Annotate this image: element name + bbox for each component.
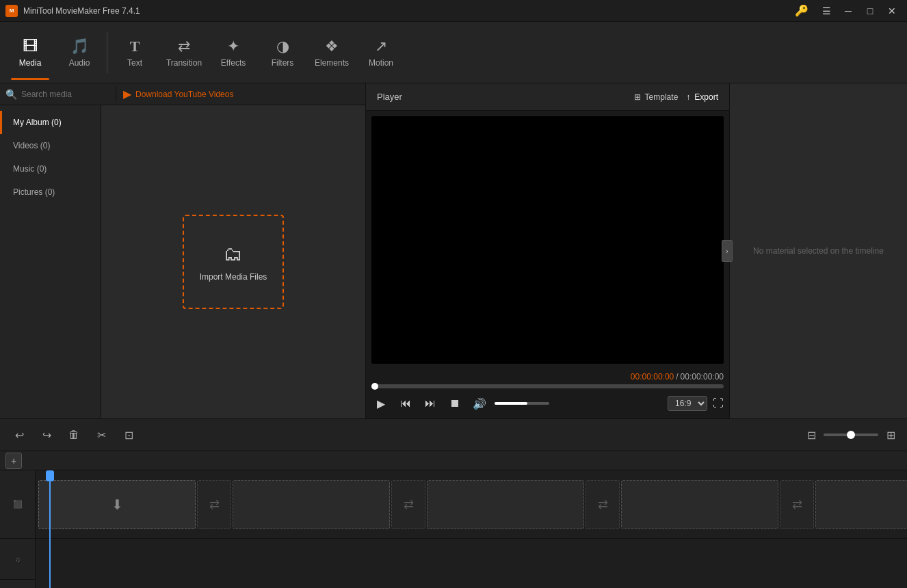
- template-icon: ⊞: [634, 92, 641, 102]
- sidebar-item-videos[interactable]: Videos (0): [0, 134, 101, 157]
- timeline-transition-4[interactable]: ⇄: [780, 480, 814, 529]
- timeline-clip-2[interactable]: [233, 480, 390, 529]
- playhead-top: [46, 470, 54, 481]
- sidebar-item-music[interactable]: Music (0): [0, 157, 101, 181]
- maximize-button[interactable]: □: [860, 3, 880, 19]
- youtube-label: Download YouTube Videos: [135, 90, 233, 99]
- youtube-download-button[interactable]: ▶ Download YouTube Videos: [116, 85, 240, 103]
- export-button[interactable]: ↑ Export: [686, 92, 718, 102]
- timeline-clip-4[interactable]: [621, 480, 778, 529]
- video-track-label: ⬛: [0, 470, 35, 539]
- sidebar-myalbum-label: My Album (0): [13, 118, 62, 127]
- search-icon: 🔍: [5, 89, 17, 100]
- aspect-ratio-select[interactable]: 16:9 9:16 1:1 4:3: [668, 396, 707, 411]
- fullscreen-button[interactable]: ⛶: [713, 397, 724, 410]
- motion-label: Motion: [369, 58, 393, 68]
- effects-icon: ✦: [227, 38, 239, 55]
- youtube-icon: ▶: [123, 88, 131, 101]
- search-bar: 🔍: [0, 86, 116, 103]
- player-title: Player: [377, 92, 402, 102]
- crop-button[interactable]: ⊡: [118, 424, 140, 446]
- folder-icon: 🗂: [224, 243, 243, 265]
- timeline-transition-3[interactable]: ⇄: [586, 480, 620, 529]
- sidebar-item-myalbum[interactable]: My Album (0): [0, 111, 101, 134]
- undo-button[interactable]: ↩: [8, 424, 30, 446]
- cut-button[interactable]: ✂: [90, 424, 112, 446]
- transition-icon: ⇄: [178, 38, 190, 55]
- current-time: 00:00:00:00: [631, 372, 674, 382]
- timeline-clip-3[interactable]: [427, 480, 584, 529]
- sidebar-item-pictures[interactable]: Pictures (0): [0, 181, 101, 204]
- media-icon: 🎞: [23, 38, 38, 55]
- no-material-text: No material selected on the timeline: [753, 246, 884, 256]
- collapse-panel-button[interactable]: ›: [722, 240, 733, 262]
- filters-icon: ◑: [276, 38, 289, 55]
- timeline-clip-5[interactable]: [815, 480, 907, 529]
- app-title: MiniTool MovieMaker Free 7.4.1: [23, 6, 789, 16]
- app-logo: M: [5, 5, 18, 17]
- audio-track-icon: ♫: [14, 555, 20, 563]
- search-input[interactable]: [21, 90, 110, 99]
- sidebar-videos-label: Videos (0): [13, 141, 50, 150]
- elements-icon: ❖: [325, 38, 339, 55]
- filters-label: Filters: [272, 58, 294, 68]
- volume-slider[interactable]: [495, 402, 549, 405]
- toolbar-divider-1: [107, 32, 107, 73]
- toolbar-transition[interactable]: ⇄ Transition: [159, 25, 209, 80]
- zoom-in-button[interactable]: ⊞: [882, 427, 899, 443]
- import-media-button[interactable]: 🗂 Import Media Files: [183, 215, 284, 309]
- template-button[interactable]: ⊞ Template: [634, 92, 679, 102]
- transition-2-icon: ⇄: [404, 497, 414, 512]
- clip-download-icon: ⬇: [111, 496, 123, 513]
- toolbar-audio[interactable]: 🎵 Audio: [55, 25, 104, 80]
- video-player: [371, 116, 724, 364]
- export-label: Export: [694, 92, 718, 102]
- delete-button[interactable]: 🗑: [63, 424, 85, 446]
- audio-label: Audio: [69, 58, 90, 68]
- play-button[interactable]: ▶: [371, 394, 391, 413]
- toolbar-motion[interactable]: ↗ Motion: [356, 25, 406, 80]
- transition-label: Transition: [166, 58, 202, 68]
- zoom-out-button[interactable]: ⊟: [803, 427, 819, 443]
- next-frame-button[interactable]: ⏭: [421, 394, 440, 413]
- menu-button[interactable]: ☰: [817, 3, 836, 19]
- toolbar-media[interactable]: 🎞 Media: [5, 25, 55, 80]
- close-button[interactable]: ✕: [882, 3, 902, 19]
- transition-4-icon: ⇄: [792, 497, 802, 512]
- media-content-area: 🗂 Import Media Files: [101, 105, 365, 418]
- toolbar-text[interactable]: T Text: [110, 25, 159, 80]
- progress-bar[interactable]: [371, 384, 724, 388]
- text-label: Text: [127, 58, 142, 68]
- total-time: 00:00:00:00: [681, 372, 724, 382]
- template-label: Template: [645, 92, 679, 102]
- timeline-transition-2[interactable]: ⇄: [391, 480, 425, 529]
- key-icon: 🔑: [795, 4, 809, 17]
- toolbar-elements[interactable]: ❖ Elements: [307, 25, 356, 80]
- properties-panel: › No material selected on the timeline: [729, 83, 907, 418]
- redo-button[interactable]: ↪: [36, 424, 57, 446]
- zoom-slider[interactable]: [824, 433, 878, 436]
- minimize-button[interactable]: ─: [839, 3, 858, 19]
- timeline-transition-1[interactable]: ⇄: [197, 480, 231, 529]
- audio-icon: 🎵: [70, 38, 89, 55]
- add-media-button[interactable]: +: [5, 453, 22, 469]
- timeline-clip-main[interactable]: ⬇: [38, 480, 196, 529]
- audio-track-row: [36, 539, 907, 580]
- toolbar-effects[interactable]: ✦ Effects: [209, 25, 258, 80]
- mute-button[interactable]: 🔊: [470, 394, 489, 413]
- zoom-thumb: [847, 431, 855, 439]
- transition-3-icon: ⇄: [598, 497, 608, 512]
- toolbar-filters[interactable]: ◑ Filters: [258, 25, 307, 80]
- timeline-content: ⬇ ⇄ ⇄ ⇄ ⇄: [36, 470, 907, 588]
- elements-label: Elements: [315, 58, 349, 68]
- sidebar-music-label: Music (0): [13, 164, 47, 174]
- video-track-icon: ⬛: [13, 500, 23, 509]
- stop-button[interactable]: ⏹: [445, 394, 464, 413]
- motion-icon: ↗: [375, 38, 387, 55]
- playhead: [49, 470, 51, 588]
- media-label: Media: [19, 58, 42, 68]
- progress-thumb: [371, 383, 378, 390]
- video-track-row: ⬇ ⇄ ⇄ ⇄ ⇄: [36, 470, 907, 539]
- prev-frame-button[interactable]: ⏮: [396, 394, 415, 413]
- volume-fill: [495, 402, 527, 405]
